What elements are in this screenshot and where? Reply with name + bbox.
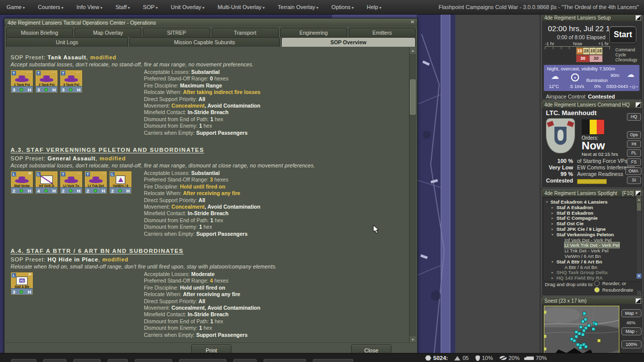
popout-icon[interactable] <box>635 102 641 108</box>
unit-counter[interactable]: LHStaf A Btt3H <box>11 272 33 295</box>
menu-staff[interactable]: Staff <box>109 4 136 10</box>
popout-icon[interactable] <box>635 191 641 196</box>
unit-counter[interactable]: T···3 Tank Pel3H <box>60 70 83 93</box>
game-map-strip-left <box>0 18 4 353</box>
dialog-title: 4de Regiment Lansiers Tactical Operation… <box>8 20 156 26</box>
dialog-scrollbar[interactable] <box>409 47 416 343</box>
window-title: Flashpoint Campaigns Cold War - 3.0.0.98… <box>439 4 644 10</box>
setup-panel-header[interactable]: 4de Regiment Lansiers Setup <box>542 14 642 21</box>
tab-sitrep[interactable]: SITREP <box>143 28 210 37</box>
tree-scrollbar[interactable] <box>636 197 641 279</box>
clipped-toolbar-stubs <box>11 359 353 362</box>
tree-item-label: Staf JPK Cie / 9 Ligne <box>556 226 606 232</box>
unit-counter[interactable]: T··Lt Verk Tn2H <box>60 171 83 194</box>
right-sidebar: 4de Regiment Lansiers Setup 02:00 hrs, J… <box>539 13 644 362</box>
tab-map-overlay[interactable]: Map Overlay <box>74 28 141 37</box>
status-dot <box>69 88 72 92</box>
tab-mission-capable-subunits[interactable]: Mission Capable Subunits <box>129 37 280 47</box>
counter-strength: 3 <box>37 87 40 93</box>
chevron-right-icon[interactable]: ▸ <box>550 221 555 227</box>
unit-counter[interactable]: LVwWrn / 62H <box>109 171 132 194</box>
minimap[interactable] <box>544 306 619 356</box>
chevron-right-icon[interactable]: ▸ <box>550 276 555 281</box>
popout-icon[interactable] <box>635 15 641 21</box>
map-zoom-full-button[interactable]: 100% <box>621 340 641 348</box>
tab-unit-logs[interactable]: Unit Logs <box>6 37 128 47</box>
chevron-right-icon[interactable]: ▸ <box>550 270 555 276</box>
pl-button[interactable]: PL <box>627 149 641 157</box>
tree-item[interactable]: ▾Staf Verkennings Peleton <box>543 232 641 238</box>
chevron-down-icon[interactable]: ▾ <box>550 232 555 238</box>
drag-drop-label: Drag and drop units to: <box>545 282 594 287</box>
radio-resubordinate[interactable] <box>594 287 600 293</box>
map-zoom-in-button[interactable]: Map + <box>621 309 641 317</box>
close-icon[interactable] <box>411 19 415 25</box>
hq-panel-header[interactable]: 4de Regiment Lansiers Command HQ <box>542 101 642 108</box>
chevron-right-icon[interactable]: ▸ <box>550 211 555 216</box>
counter-top-right: ·· <box>102 171 106 175</box>
ops-button[interactable]: Ops <box>627 131 641 139</box>
counter-strength: 2 <box>111 188 114 194</box>
menu-help[interactable]: Help <box>360 4 388 10</box>
reorder-option[interactable]: Reorder, or <box>594 281 626 286</box>
status-bar: 5024: 05 10% 20% 70% <box>0 353 644 362</box>
resize-grip[interactable] <box>637 291 641 295</box>
spotlight-panel-header[interactable]: 4de Regiment Lansiers Spotlight[F10] <box>542 190 642 197</box>
cloud-ceiling-icon <box>627 70 634 79</box>
scroll-down-icon[interactable] <box>636 274 641 279</box>
tab-row-2: Unit Logs Mission Capable Subunits SOP O… <box>5 37 417 47</box>
map-zoom-out-button[interactable]: Map - <box>621 327 641 335</box>
fs-button[interactable]: FS <box>627 158 641 166</box>
tab-sop-overview[interactable]: SOP Overview <box>281 37 416 47</box>
chevron-right-icon[interactable]: ▸ <box>550 227 555 232</box>
chevron-right-icon[interactable]: ▸ <box>550 205 555 211</box>
minimap-panel-header[interactable]: Soest (23 x 17 km) <box>542 297 642 304</box>
tree-item-label: Staf Verkennings Peleton <box>556 232 614 237</box>
menu-unit-overlay[interactable]: Unit Overlay <box>165 4 211 10</box>
chevron-right-icon[interactable]: ▸ <box>550 216 555 221</box>
scroll-up-icon[interactable] <box>410 47 416 54</box>
tab-engineering[interactable]: Engineering <box>280 28 347 37</box>
tree-item[interactable]: ▾Staf A Bttr / 6 Art Bn <box>543 259 641 265</box>
menu-counters[interactable]: Counters <box>31 4 70 10</box>
menu-options[interactable]: Options <box>325 4 360 10</box>
int-button[interactable]: Int <box>627 140 641 148</box>
resubordinate-option[interactable]: Resubordinate <box>594 287 633 293</box>
tree-item[interactable]: ▸HQ 143 Field Bty RA <box>543 276 641 281</box>
scrollbar-thumb[interactable] <box>410 79 416 115</box>
tab-transport[interactable]: Transport <box>212 28 279 37</box>
tree-item-label: Staf B Eskadron <box>556 210 593 216</box>
unit-counter[interactable]: T···1 Tank Pel3H <box>11 70 33 93</box>
menu-sop[interactable]: SOP <box>136 4 164 10</box>
tree-item-label: A Bttr / 6 Art Bn <box>565 264 597 270</box>
unit-counter[interactable]: LHStaf Verke2H <box>11 171 33 194</box>
minimap-unit-dot <box>582 329 586 332</box>
oma-button[interactable]: OMA <box>625 167 641 175</box>
counter-strength: 4 <box>37 188 40 194</box>
scrollbar-thumb[interactable] <box>637 203 641 211</box>
tab-emitters[interactable]: Emitters <box>349 28 416 37</box>
counter-posture: H <box>77 188 80 194</box>
dialog-titlebar[interactable]: 4de Regiment Lansiers Tactical Operation… <box>5 19 417 27</box>
menu-multi-unit-overlay[interactable]: Multi-Unit Overlay <box>211 4 271 10</box>
hq-button[interactable]: HQ <box>627 113 641 121</box>
detail-line: Relocate When: After taking indirect fir… <box>144 89 409 96</box>
start-button[interactable]: Start <box>609 26 636 43</box>
tree-item[interactable]: ▸Staf A Eskadron <box>543 205 641 211</box>
tab-mission-briefing[interactable]: Mission Briefing <box>6 28 73 37</box>
minimap-unit-dot <box>544 311 546 314</box>
menu-game[interactable]: Game <box>0 4 31 10</box>
chevron-down-icon[interactable]: ▾ <box>544 200 549 205</box>
si-button[interactable]: SI <box>627 176 641 184</box>
scroll-up-icon[interactable] <box>636 197 641 202</box>
unit-counter[interactable]: T··Lt Tnk Det2H <box>85 171 107 194</box>
popout-icon[interactable] <box>635 298 641 304</box>
unit-counter[interactable]: T···2 Tank Pel3H <box>35 70 58 93</box>
chevron-down-icon[interactable]: ▾ <box>550 259 555 265</box>
menu-terrain-overlay[interactable]: Terrain Overlay <box>271 4 325 10</box>
menu-info-view[interactable]: Info View <box>70 4 109 10</box>
unit-counter[interactable]: LInf Verk D4H <box>35 171 58 194</box>
game-map-strip-right[interactable] <box>417 14 455 353</box>
radio-reorder[interactable] <box>594 281 600 286</box>
concealment-icon <box>500 356 507 360</box>
